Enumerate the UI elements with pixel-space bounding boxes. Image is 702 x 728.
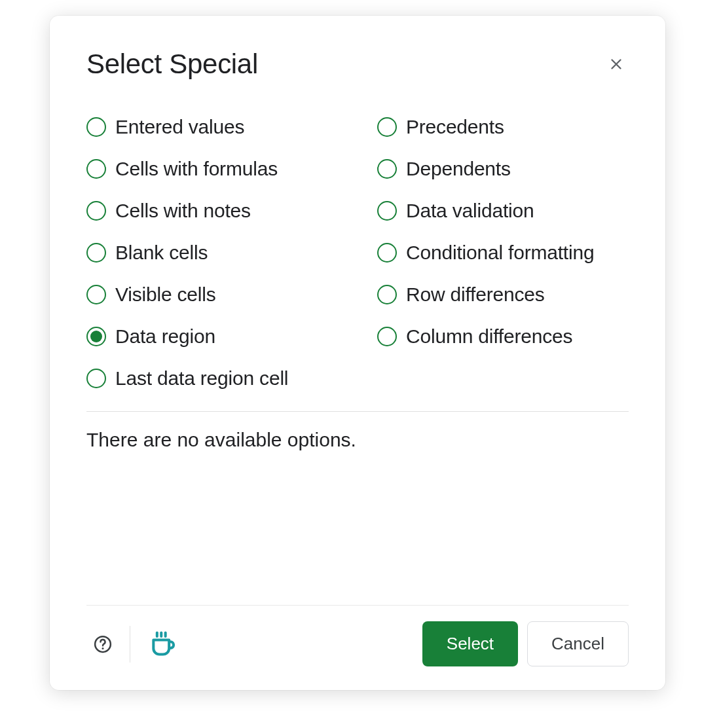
radio-option-precedents[interactable]: Precedents xyxy=(377,106,629,148)
radio-button-icon xyxy=(377,159,397,179)
radio-label: Blank cells xyxy=(115,242,208,264)
dialog-header: Select Special xyxy=(50,16,665,100)
radio-option-conditional-formatting[interactable]: Conditional formatting xyxy=(377,232,629,274)
radio-label: Cells with formulas xyxy=(115,158,278,180)
radio-label: Last data region cell xyxy=(115,367,288,390)
radio-label: Data region xyxy=(115,325,215,348)
radio-label: Precedents xyxy=(406,116,504,138)
radio-button-icon xyxy=(86,159,106,179)
select-button[interactable]: Select xyxy=(422,621,518,666)
radio-button-icon xyxy=(377,201,397,221)
radio-option-dependents[interactable]: Dependents xyxy=(377,148,629,190)
radio-button-icon xyxy=(86,117,106,137)
radio-grid: Entered valuesCells with formulasCells w… xyxy=(86,106,629,399)
help-button[interactable] xyxy=(86,628,130,661)
radio-option-cells-with-formulas[interactable]: Cells with formulas xyxy=(86,148,338,190)
radio-label: Cells with notes xyxy=(115,200,251,222)
radio-button-icon xyxy=(86,201,106,221)
coffee-cup-icon xyxy=(149,630,177,659)
vertical-divider xyxy=(130,626,130,663)
radio-label: Dependents xyxy=(406,158,511,180)
radio-option-data-region[interactable]: Data region xyxy=(86,316,338,357)
radio-column-left: Entered valuesCells with formulasCells w… xyxy=(86,106,338,399)
radio-label: Conditional formatting xyxy=(406,242,594,264)
radio-option-entered-values[interactable]: Entered values xyxy=(86,106,338,148)
radio-button-icon xyxy=(86,327,106,346)
dialog-title: Select Special xyxy=(86,48,258,80)
radio-option-last-data-region-cell[interactable]: Last data region cell xyxy=(86,357,338,399)
radio-label: Row differences xyxy=(406,283,545,306)
radio-button-icon xyxy=(377,117,397,137)
radio-option-column-differences[interactable]: Column differences xyxy=(377,316,629,357)
select-special-dialog: Select Special Entered valuesCells with … xyxy=(50,16,665,690)
divider xyxy=(86,411,629,412)
radio-option-row-differences[interactable]: Row differences xyxy=(377,274,629,316)
footer-left xyxy=(86,626,184,663)
close-button[interactable] xyxy=(604,52,629,77)
radio-button-icon xyxy=(377,327,397,346)
radio-label: Column differences xyxy=(406,325,572,348)
radio-button-icon xyxy=(377,243,397,263)
cancel-button[interactable]: Cancel xyxy=(527,621,629,666)
radio-button-icon xyxy=(86,369,106,388)
help-icon xyxy=(93,634,113,654)
radio-option-blank-cells[interactable]: Blank cells xyxy=(86,232,338,274)
radio-label: Entered values xyxy=(115,116,244,138)
dialog-footer: Select Cancel xyxy=(86,605,629,690)
radio-button-icon xyxy=(86,243,106,263)
dialog-body: Entered valuesCells with formulasCells w… xyxy=(50,100,665,605)
radio-option-data-validation[interactable]: Data validation xyxy=(377,190,629,232)
radio-option-cells-with-notes[interactable]: Cells with notes xyxy=(86,190,338,232)
radio-label: Visible cells xyxy=(115,283,216,306)
close-icon xyxy=(608,56,625,73)
radio-label: Data validation xyxy=(406,200,534,222)
no-options-message: There are no available options. xyxy=(86,429,629,451)
donate-button[interactable] xyxy=(142,626,184,663)
svg-point-1 xyxy=(102,647,104,649)
radio-option-visible-cells[interactable]: Visible cells xyxy=(86,274,338,316)
radio-button-inner-icon xyxy=(90,331,102,342)
radio-column-right: PrecedentsDependentsData validationCondi… xyxy=(377,106,629,399)
radio-button-icon xyxy=(377,285,397,304)
radio-button-icon xyxy=(86,285,106,304)
